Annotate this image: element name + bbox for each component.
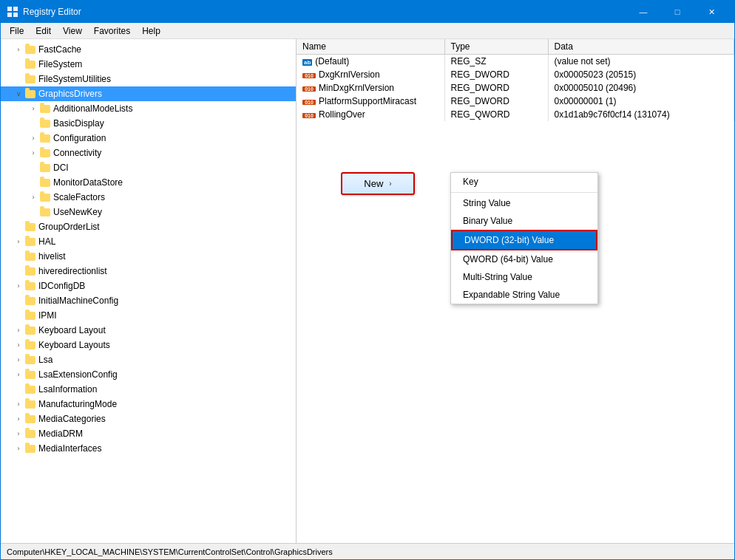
minimize-button[interactable]: — — [626, 1, 660, 23]
folder-icon — [24, 413, 36, 425]
tree-toggle: › — [13, 44, 24, 55]
row-name: ab(Default) — [297, 55, 444, 69]
tree-item[interactable]: InitialMachineConfig — [1, 293, 296, 308]
right-pane: Name Type Data ab(Default) REG_SZ (value… — [297, 39, 734, 543]
tree-label: Keyboard Layout — [38, 325, 106, 335]
dword-icon: 010 — [302, 113, 316, 118]
folder-icon — [24, 339, 36, 351]
ctx-item-key[interactable]: Key — [451, 173, 597, 191]
tree-item[interactable]: › MediaCategories — [1, 412, 296, 426]
tree-item[interactable]: › HAL — [1, 234, 296, 249]
tree-toggle — [27, 177, 39, 188]
row-data: (value not set) — [548, 55, 734, 69]
ctx-item-binary[interactable]: Binary Value — [451, 212, 597, 230]
tree-item[interactable]: BasicDisplay — [1, 116, 296, 131]
tree-label: InitialMachineConfig — [38, 296, 118, 306]
tree-label: ManufacturingMode — [38, 399, 117, 409]
menu-favorites[interactable]: Favorites — [88, 24, 136, 38]
table-row[interactable]: ab(Default) REG_SZ (value not set) — [297, 55, 734, 69]
menu-edit[interactable]: Edit — [30, 24, 57, 38]
tree-toggle: › — [13, 443, 24, 454]
tree-item[interactable]: LsaInformation — [1, 382, 296, 397]
ctx-item-string[interactable]: String Value — [451, 194, 597, 212]
table-row[interactable]: 010DxgKrnlVersion REG_DWORD 0x00005023 (… — [297, 68, 734, 81]
tree-item[interactable]: › ScaleFactors — [1, 190, 296, 205]
ctx-item-expandable[interactable]: Expandable String Value — [451, 286, 597, 304]
window-controls: — □ ✕ — [626, 1, 728, 23]
tree-item[interactable]: › IDConfigDB — [1, 279, 296, 293]
folder-icon — [24, 324, 36, 336]
column-data[interactable]: Data — [548, 39, 734, 55]
tree-label: MediaDRM — [38, 428, 83, 439]
menu-view[interactable]: View — [57, 24, 88, 38]
table-row[interactable]: 010PlatformSupportMiracast REG_DWORD 0x0… — [297, 95, 734, 108]
row-type: REG_QWORD — [444, 108, 548, 121]
table-row[interactable]: 010RollingOver REG_QWORD 0x1d1ab9c76f0cf… — [297, 108, 734, 121]
tree-item[interactable]: › Connectivity — [1, 146, 296, 160]
table-row[interactable]: 010MinDxgKrnlVersion REG_DWORD 0x0000501… — [297, 81, 734, 95]
tree-toggle — [27, 117, 39, 129]
tree-item[interactable]: › ManufacturingMode — [1, 397, 296, 412]
tree-item[interactable]: › Keyboard Layouts — [1, 338, 296, 352]
tree-toggle: › — [13, 339, 24, 351]
column-type[interactable]: Type — [444, 39, 548, 55]
column-name[interactable]: Name — [297, 39, 444, 55]
folder-icon — [24, 280, 36, 292]
tree-item[interactable]: › LsaExtensionConfig — [1, 367, 296, 382]
tree-item[interactable]: MonitorDataStore — [1, 175, 296, 190]
folder-icon — [39, 147, 51, 159]
tree-item[interactable]: › Lsa — [1, 352, 296, 367]
row-data: 0x00000001 (1) — [548, 95, 734, 108]
tree-item[interactable]: UseNewKey — [1, 205, 296, 219]
tree-item[interactable]: › Configuration — [1, 131, 296, 146]
tree-item[interactable]: › MediaDRM — [1, 426, 296, 441]
row-name: 010DxgKrnlVersion — [297, 68, 444, 81]
dword-icon: 010 — [302, 100, 316, 105]
status-bar: Computer\HKEY_LOCAL_MACHINE\SYSTEM\Curre… — [1, 543, 734, 559]
tree-item[interactable]: hiveredirectionlist — [1, 264, 296, 279]
tree-item[interactable]: FileSystem — [1, 57, 296, 72]
new-button[interactable]: New › — [341, 172, 415, 195]
new-button-arrow: › — [389, 180, 391, 188]
tree-toggle: › — [27, 132, 39, 144]
tree-toggle: › — [13, 280, 24, 292]
tree-item[interactable]: IPMI — [1, 308, 296, 323]
tree-pane[interactable]: › FastCache FileSystem FileSystemUtiliti… — [1, 39, 297, 543]
tree-item[interactable]: DCI — [1, 160, 296, 175]
tree-item-graphics-drivers[interactable]: ∨ GraphicsDrivers — [1, 86, 296, 101]
menu-file[interactable]: File — [4, 24, 30, 38]
tree-label: MediaCategories — [38, 414, 106, 424]
ctx-separator — [451, 192, 597, 193]
tree-item[interactable]: › AdditionalModeLists — [1, 101, 296, 116]
ctx-item-multi-string[interactable]: Multi-String Value — [451, 268, 597, 286]
tree-label: HAL — [38, 236, 55, 247]
ctx-item-dword[interactable]: DWORD (32-bit) Value — [451, 230, 597, 250]
tree-item[interactable]: GroupOrderList — [1, 219, 296, 234]
registry-editor-window: Registry Editor — □ ✕ File Edit View Fav… — [0, 0, 735, 560]
svg-rect-2 — [7, 13, 12, 17]
tree-item[interactable]: › FastCache — [1, 42, 296, 57]
close-button[interactable]: ✕ — [694, 1, 728, 23]
folder-icon — [24, 250, 36, 262]
tree-toggle — [13, 265, 24, 277]
folder-icon — [24, 295, 36, 307]
tree-toggle — [13, 310, 24, 321]
ctx-item-qword[interactable]: QWORD (64-bit) Value — [451, 250, 597, 268]
folder-icon — [24, 221, 36, 233]
menu-help[interactable]: Help — [136, 24, 166, 38]
tree-toggle — [13, 383, 24, 395]
folder-icon — [24, 58, 36, 70]
folder-icon — [24, 354, 36, 366]
tree-item[interactable]: › Keyboard Layout — [1, 323, 296, 338]
maximize-button[interactable]: □ — [660, 1, 694, 23]
tree-item[interactable]: › MediaInterfaces — [1, 441, 296, 456]
tree-item[interactable]: hivelist — [1, 249, 296, 264]
tree-label: Connectivity — [53, 148, 101, 158]
folder-icon — [24, 428, 36, 440]
tree-item[interactable]: FileSystemUtilities — [1, 72, 296, 86]
tree-toggle — [27, 162, 39, 174]
ab-icon: ab — [302, 59, 312, 66]
tree-toggle — [13, 73, 24, 85]
tree-label: IDConfigDB — [38, 281, 85, 291]
tree-label: DCI — [53, 163, 69, 173]
